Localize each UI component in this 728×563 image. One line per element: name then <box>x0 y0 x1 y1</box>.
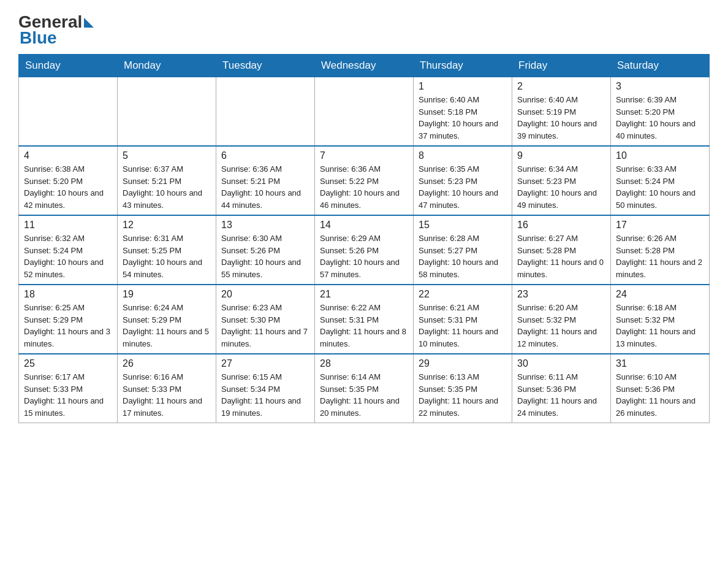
calendar-day-cell: 18Sunrise: 6:25 AMSunset: 5:29 PMDayligh… <box>19 285 118 354</box>
weekday-header-monday: Monday <box>118 55 216 77</box>
day-number: 13 <box>221 220 309 231</box>
day-info: Sunrise: 6:40 AMSunset: 5:19 PMDaylight:… <box>517 94 605 142</box>
calendar-day-cell <box>19 77 118 147</box>
day-info: Sunrise: 6:21 AMSunset: 5:31 PMDaylight:… <box>419 302 507 350</box>
calendar-day-cell: 15Sunrise: 6:28 AMSunset: 5:27 PMDayligh… <box>414 215 512 285</box>
calendar-day-cell: 17Sunrise: 6:26 AMSunset: 5:28 PMDayligh… <box>611 215 710 285</box>
day-number: 4 <box>24 150 112 161</box>
day-number: 31 <box>616 358 704 369</box>
calendar-day-cell: 5Sunrise: 6:37 AMSunset: 5:21 PMDaylight… <box>118 146 216 215</box>
calendar-day-cell: 24Sunrise: 6:18 AMSunset: 5:32 PMDayligh… <box>611 285 710 354</box>
day-info: Sunrise: 6:38 AMSunset: 5:20 PMDaylight:… <box>24 163 112 211</box>
day-number: 2 <box>517 81 605 92</box>
day-number: 22 <box>419 289 507 300</box>
calendar-day-cell: 29Sunrise: 6:13 AMSunset: 5:35 PMDayligh… <box>414 354 512 423</box>
logo-blue-text: Blue <box>20 28 94 48</box>
calendar-day-cell: 3Sunrise: 6:39 AMSunset: 5:20 PMDaylight… <box>611 77 710 147</box>
weekday-header-wednesday: Wednesday <box>315 55 414 77</box>
day-info: Sunrise: 6:17 AMSunset: 5:33 PMDaylight:… <box>24 371 112 419</box>
day-number: 15 <box>419 220 507 231</box>
day-info: Sunrise: 6:29 AMSunset: 5:26 PMDaylight:… <box>320 232 408 280</box>
day-number: 8 <box>419 150 507 161</box>
day-number: 16 <box>517 220 605 231</box>
calendar-day-cell: 8Sunrise: 6:35 AMSunset: 5:23 PMDaylight… <box>414 146 512 215</box>
day-info: Sunrise: 6:10 AMSunset: 5:36 PMDaylight:… <box>616 371 704 419</box>
calendar-day-cell: 23Sunrise: 6:20 AMSunset: 5:32 PMDayligh… <box>512 285 611 354</box>
day-info: Sunrise: 6:14 AMSunset: 5:35 PMDaylight:… <box>320 371 408 419</box>
calendar-day-cell: 25Sunrise: 6:17 AMSunset: 5:33 PMDayligh… <box>19 354 118 423</box>
calendar-week-row: 4Sunrise: 6:38 AMSunset: 5:20 PMDaylight… <box>19 146 710 215</box>
day-number: 29 <box>419 358 507 369</box>
day-number: 28 <box>320 358 408 369</box>
day-number: 14 <box>320 220 408 231</box>
calendar-table: SundayMondayTuesdayWednesdayThursdayFrid… <box>18 54 710 423</box>
day-number: 3 <box>616 81 704 92</box>
day-number: 23 <box>517 289 605 300</box>
day-info: Sunrise: 6:23 AMSunset: 5:30 PMDaylight:… <box>221 302 309 350</box>
day-number: 19 <box>123 289 211 300</box>
weekday-header-saturday: Saturday <box>611 55 710 77</box>
day-number: 12 <box>123 220 211 231</box>
calendar-day-cell: 21Sunrise: 6:22 AMSunset: 5:31 PMDayligh… <box>315 285 414 354</box>
calendar-day-cell: 2Sunrise: 6:40 AMSunset: 5:19 PMDaylight… <box>512 77 611 147</box>
logo: General Blue <box>18 12 94 48</box>
day-info: Sunrise: 6:26 AMSunset: 5:28 PMDaylight:… <box>616 232 704 280</box>
day-info: Sunrise: 6:15 AMSunset: 5:34 PMDaylight:… <box>221 371 309 419</box>
day-number: 11 <box>24 220 112 231</box>
calendar-day-cell: 10Sunrise: 6:33 AMSunset: 5:24 PMDayligh… <box>611 146 710 215</box>
calendar-day-cell: 7Sunrise: 6:36 AMSunset: 5:22 PMDaylight… <box>315 146 414 215</box>
day-number: 6 <box>221 150 309 161</box>
calendar-day-cell: 27Sunrise: 6:15 AMSunset: 5:34 PMDayligh… <box>216 354 315 423</box>
calendar-day-cell: 20Sunrise: 6:23 AMSunset: 5:30 PMDayligh… <box>216 285 315 354</box>
day-info: Sunrise: 6:28 AMSunset: 5:27 PMDaylight:… <box>419 232 507 280</box>
day-info: Sunrise: 6:32 AMSunset: 5:24 PMDaylight:… <box>24 232 112 280</box>
weekday-header-thursday: Thursday <box>414 55 512 77</box>
calendar-week-row: 1Sunrise: 6:40 AMSunset: 5:18 PMDaylight… <box>19 77 710 147</box>
calendar-day-cell: 6Sunrise: 6:36 AMSunset: 5:21 PMDaylight… <box>216 146 315 215</box>
calendar-day-cell: 4Sunrise: 6:38 AMSunset: 5:20 PMDaylight… <box>19 146 118 215</box>
calendar-day-cell: 19Sunrise: 6:24 AMSunset: 5:29 PMDayligh… <box>118 285 216 354</box>
calendar-header-row: SundayMondayTuesdayWednesdayThursdayFrid… <box>19 55 710 77</box>
day-number: 7 <box>320 150 408 161</box>
day-info: Sunrise: 6:30 AMSunset: 5:26 PMDaylight:… <box>221 232 309 280</box>
day-info: Sunrise: 6:16 AMSunset: 5:33 PMDaylight:… <box>123 371 211 419</box>
calendar-day-cell: 26Sunrise: 6:16 AMSunset: 5:33 PMDayligh… <box>118 354 216 423</box>
day-number: 17 <box>616 220 704 231</box>
calendar-day-cell: 1Sunrise: 6:40 AMSunset: 5:18 PMDaylight… <box>414 77 512 147</box>
calendar-day-cell: 9Sunrise: 6:34 AMSunset: 5:23 PMDaylight… <box>512 146 611 215</box>
page-header: General Blue <box>18 12 710 48</box>
day-number: 24 <box>616 289 704 300</box>
weekday-header-sunday: Sunday <box>19 55 118 77</box>
day-info: Sunrise: 6:22 AMSunset: 5:31 PMDaylight:… <box>320 302 408 350</box>
day-info: Sunrise: 6:31 AMSunset: 5:25 PMDaylight:… <box>123 232 211 280</box>
day-info: Sunrise: 6:25 AMSunset: 5:29 PMDaylight:… <box>24 302 112 350</box>
day-info: Sunrise: 6:20 AMSunset: 5:32 PMDaylight:… <box>517 302 605 350</box>
day-number: 10 <box>616 150 704 161</box>
day-number: 1 <box>419 81 507 92</box>
calendar-day-cell: 31Sunrise: 6:10 AMSunset: 5:36 PMDayligh… <box>611 354 710 423</box>
weekday-header-tuesday: Tuesday <box>216 55 315 77</box>
day-info: Sunrise: 6:34 AMSunset: 5:23 PMDaylight:… <box>517 163 605 211</box>
day-number: 30 <box>517 358 605 369</box>
calendar-day-cell: 16Sunrise: 6:27 AMSunset: 5:28 PMDayligh… <box>512 215 611 285</box>
calendar-day-cell: 13Sunrise: 6:30 AMSunset: 5:26 PMDayligh… <box>216 215 315 285</box>
calendar-week-row: 18Sunrise: 6:25 AMSunset: 5:29 PMDayligh… <box>19 285 710 354</box>
day-number: 27 <box>221 358 309 369</box>
calendar-day-cell <box>118 77 216 147</box>
weekday-header-friday: Friday <box>512 55 611 77</box>
calendar-day-cell: 28Sunrise: 6:14 AMSunset: 5:35 PMDayligh… <box>315 354 414 423</box>
calendar-week-row: 11Sunrise: 6:32 AMSunset: 5:24 PMDayligh… <box>19 215 710 285</box>
day-info: Sunrise: 6:24 AMSunset: 5:29 PMDaylight:… <box>123 302 211 350</box>
day-info: Sunrise: 6:11 AMSunset: 5:36 PMDaylight:… <box>517 371 605 419</box>
day-info: Sunrise: 6:36 AMSunset: 5:22 PMDaylight:… <box>320 163 408 211</box>
day-info: Sunrise: 6:18 AMSunset: 5:32 PMDaylight:… <box>616 302 704 350</box>
calendar-week-row: 25Sunrise: 6:17 AMSunset: 5:33 PMDayligh… <box>19 354 710 423</box>
calendar-day-cell: 30Sunrise: 6:11 AMSunset: 5:36 PMDayligh… <box>512 354 611 423</box>
day-number: 25 <box>24 358 112 369</box>
calendar-day-cell: 22Sunrise: 6:21 AMSunset: 5:31 PMDayligh… <box>414 285 512 354</box>
calendar-day-cell <box>216 77 315 147</box>
day-number: 20 <box>221 289 309 300</box>
day-info: Sunrise: 6:35 AMSunset: 5:23 PMDaylight:… <box>419 163 507 211</box>
day-info: Sunrise: 6:27 AMSunset: 5:28 PMDaylight:… <box>517 232 605 280</box>
day-info: Sunrise: 6:33 AMSunset: 5:24 PMDaylight:… <box>616 163 704 211</box>
